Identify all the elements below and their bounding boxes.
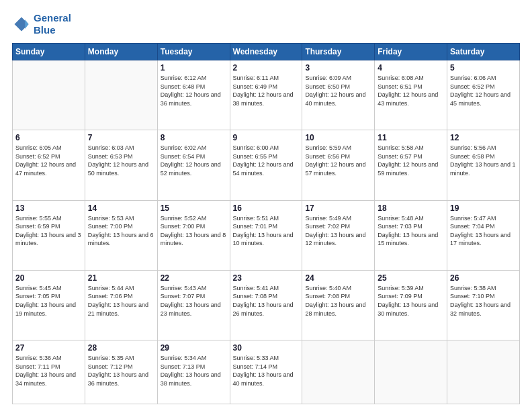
- calendar-week-2: 13Sunrise: 5:55 AM Sunset: 6:59 PM Dayli…: [13, 200, 520, 270]
- day-info: Sunrise: 5:47 AM Sunset: 7:04 PM Dayligh…: [450, 214, 517, 248]
- day-number: 5: [450, 63, 517, 73]
- day-number: 11: [378, 133, 444, 142]
- calendar-cell: 1Sunrise: 6:12 AM Sunset: 6:48 PM Daylig…: [157, 60, 230, 130]
- day-info: Sunrise: 5:53 AM Sunset: 7:00 PM Dayligh…: [88, 214, 154, 248]
- calendar-week-3: 20Sunrise: 5:45 AM Sunset: 7:05 PM Dayli…: [13, 270, 520, 340]
- day-number: 2: [233, 63, 300, 73]
- weekday-header-friday: Friday: [375, 44, 447, 60]
- day-number: 29: [161, 343, 227, 353]
- day-number: 20: [15, 273, 82, 283]
- calendar-cell: 10Sunrise: 5:59 AM Sunset: 6:56 PM Dayli…: [302, 130, 375, 200]
- calendar-week-4: 27Sunrise: 5:36 AM Sunset: 7:11 PM Dayli…: [13, 340, 520, 404]
- day-info: Sunrise: 5:44 AM Sunset: 7:06 PM Dayligh…: [88, 284, 154, 318]
- day-info: Sunrise: 5:43 AM Sunset: 7:07 PM Dayligh…: [161, 284, 227, 318]
- day-info: Sunrise: 5:45 AM Sunset: 7:05 PM Dayligh…: [15, 284, 82, 318]
- day-info: Sunrise: 5:51 AM Sunset: 7:01 PM Dayligh…: [233, 214, 300, 248]
- day-info: Sunrise: 5:40 AM Sunset: 7:08 PM Dayligh…: [305, 284, 371, 318]
- calendar-cell: 7Sunrise: 6:03 AM Sunset: 6:53 PM Daylig…: [85, 130, 157, 200]
- calendar-cell: 16Sunrise: 5:51 AM Sunset: 7:01 PM Dayli…: [230, 200, 302, 270]
- day-number: 1: [161, 63, 227, 73]
- calendar-week-1: 6Sunrise: 6:05 AM Sunset: 6:52 PM Daylig…: [13, 130, 520, 200]
- day-info: Sunrise: 5:58 AM Sunset: 6:57 PM Dayligh…: [378, 144, 444, 177]
- calendar-cell: [447, 340, 520, 404]
- calendar-cell: 6Sunrise: 6:05 AM Sunset: 6:52 PM Daylig…: [13, 130, 85, 200]
- weekday-header-wednesday: Wednesday: [230, 44, 302, 60]
- day-info: Sunrise: 5:56 AM Sunset: 6:58 PM Dayligh…: [450, 144, 517, 177]
- calendar-cell: 30Sunrise: 5:33 AM Sunset: 7:14 PM Dayli…: [230, 340, 302, 404]
- calendar-cell: 24Sunrise: 5:40 AM Sunset: 7:08 PM Dayli…: [302, 270, 375, 340]
- weekday-header-tuesday: Tuesday: [157, 44, 230, 60]
- day-number: 25: [378, 273, 444, 283]
- day-number: 22: [161, 273, 227, 283]
- calendar-cell: 13Sunrise: 5:55 AM Sunset: 6:59 PM Dayli…: [13, 200, 85, 270]
- calendar-cell: 11Sunrise: 5:58 AM Sunset: 6:57 PM Dayli…: [375, 130, 447, 200]
- day-number: 24: [305, 273, 371, 283]
- day-info: Sunrise: 5:36 AM Sunset: 7:11 PM Dayligh…: [15, 354, 82, 387]
- calendar-cell: [85, 60, 157, 130]
- day-info: Sunrise: 6:02 AM Sunset: 6:54 PM Dayligh…: [161, 144, 227, 177]
- day-info: Sunrise: 6:06 AM Sunset: 6:52 PM Dayligh…: [450, 74, 517, 107]
- day-number: 9: [233, 133, 300, 142]
- day-info: Sunrise: 5:34 AM Sunset: 7:13 PM Dayligh…: [161, 354, 227, 387]
- day-number: 7: [88, 133, 154, 142]
- calendar-cell: 9Sunrise: 6:00 AM Sunset: 6:55 PM Daylig…: [230, 130, 302, 200]
- day-info: Sunrise: 5:41 AM Sunset: 7:08 PM Dayligh…: [233, 284, 300, 318]
- day-info: Sunrise: 5:55 AM Sunset: 6:59 PM Dayligh…: [15, 214, 82, 248]
- day-number: 23: [233, 273, 300, 283]
- weekday-header-sunday: Sunday: [13, 44, 85, 60]
- calendar-cell: 3Sunrise: 6:09 AM Sunset: 6:50 PM Daylig…: [302, 60, 375, 130]
- calendar-cell: 8Sunrise: 6:02 AM Sunset: 6:54 PM Daylig…: [157, 130, 230, 200]
- calendar-cell: 22Sunrise: 5:43 AM Sunset: 7:07 PM Dayli…: [157, 270, 230, 340]
- day-info: Sunrise: 5:59 AM Sunset: 6:56 PM Dayligh…: [305, 144, 371, 177]
- day-info: Sunrise: 6:12 AM Sunset: 6:48 PM Dayligh…: [161, 74, 227, 107]
- calendar-table: SundayMondayTuesdayWednesdayThursdayFrid…: [12, 43, 520, 404]
- logo: General Blue: [12, 12, 71, 36]
- weekday-header-monday: Monday: [85, 44, 157, 60]
- calendar-cell: 5Sunrise: 6:06 AM Sunset: 6:52 PM Daylig…: [447, 60, 520, 130]
- calendar-cell: 20Sunrise: 5:45 AM Sunset: 7:05 PM Dayli…: [13, 270, 85, 340]
- day-number: 16: [233, 203, 300, 213]
- calendar-cell: 12Sunrise: 5:56 AM Sunset: 6:58 PM Dayli…: [447, 130, 520, 200]
- svg-marker-1: [25, 19, 28, 29]
- day-number: 13: [15, 203, 82, 213]
- calendar-cell: [375, 340, 447, 404]
- day-info: Sunrise: 5:35 AM Sunset: 7:12 PM Dayligh…: [88, 354, 154, 387]
- day-number: 17: [305, 203, 371, 213]
- day-info: Sunrise: 6:11 AM Sunset: 6:49 PM Dayligh…: [233, 74, 300, 107]
- day-number: 6: [15, 133, 82, 142]
- weekday-header-saturday: Saturday: [447, 44, 520, 60]
- calendar-cell: 21Sunrise: 5:44 AM Sunset: 7:06 PM Dayli…: [85, 270, 157, 340]
- calendar-cell: 19Sunrise: 5:47 AM Sunset: 7:04 PM Dayli…: [447, 200, 520, 270]
- day-info: Sunrise: 5:39 AM Sunset: 7:09 PM Dayligh…: [378, 284, 444, 318]
- day-number: 21: [88, 273, 154, 283]
- day-number: 15: [161, 203, 227, 213]
- day-info: Sunrise: 5:52 AM Sunset: 7:00 PM Dayligh…: [161, 214, 227, 248]
- day-info: Sunrise: 6:09 AM Sunset: 6:50 PM Dayligh…: [305, 74, 371, 107]
- day-info: Sunrise: 6:00 AM Sunset: 6:55 PM Dayligh…: [233, 144, 300, 177]
- calendar-cell: 29Sunrise: 5:34 AM Sunset: 7:13 PM Dayli…: [157, 340, 230, 404]
- day-info: Sunrise: 6:08 AM Sunset: 6:51 PM Dayligh…: [378, 74, 444, 107]
- day-number: 27: [15, 343, 82, 353]
- calendar-cell: [302, 340, 375, 404]
- calendar-cell: 18Sunrise: 5:48 AM Sunset: 7:03 PM Dayli…: [375, 200, 447, 270]
- day-number: 3: [305, 63, 371, 73]
- day-info: Sunrise: 5:38 AM Sunset: 7:10 PM Dayligh…: [450, 284, 517, 318]
- calendar-cell: 4Sunrise: 6:08 AM Sunset: 6:51 PM Daylig…: [375, 60, 447, 130]
- header: General Blue: [12, 12, 520, 36]
- calendar-cell: 14Sunrise: 5:53 AM Sunset: 7:00 PM Dayli…: [85, 200, 157, 270]
- calendar-week-0: 1Sunrise: 6:12 AM Sunset: 6:48 PM Daylig…: [13, 60, 520, 130]
- day-info: Sunrise: 6:05 AM Sunset: 6:52 PM Dayligh…: [15, 144, 82, 177]
- day-info: Sunrise: 5:49 AM Sunset: 7:02 PM Dayligh…: [305, 214, 371, 248]
- day-number: 4: [378, 63, 444, 73]
- logo-text: General Blue: [34, 12, 71, 36]
- calendar-cell: 26Sunrise: 5:38 AM Sunset: 7:10 PM Dayli…: [447, 270, 520, 340]
- logo-icon: [12, 15, 31, 34]
- day-number: 30: [233, 343, 300, 353]
- page: General Blue SundayMondayTuesdayWednesda…: [0, 0, 532, 411]
- day-number: 18: [378, 203, 444, 213]
- calendar-cell: 15Sunrise: 5:52 AM Sunset: 7:00 PM Dayli…: [157, 200, 230, 270]
- day-number: 8: [161, 133, 227, 142]
- calendar-cell: 27Sunrise: 5:36 AM Sunset: 7:11 PM Dayli…: [13, 340, 85, 404]
- calendar-cell: 25Sunrise: 5:39 AM Sunset: 7:09 PM Dayli…: [375, 270, 447, 340]
- day-number: 19: [450, 203, 517, 213]
